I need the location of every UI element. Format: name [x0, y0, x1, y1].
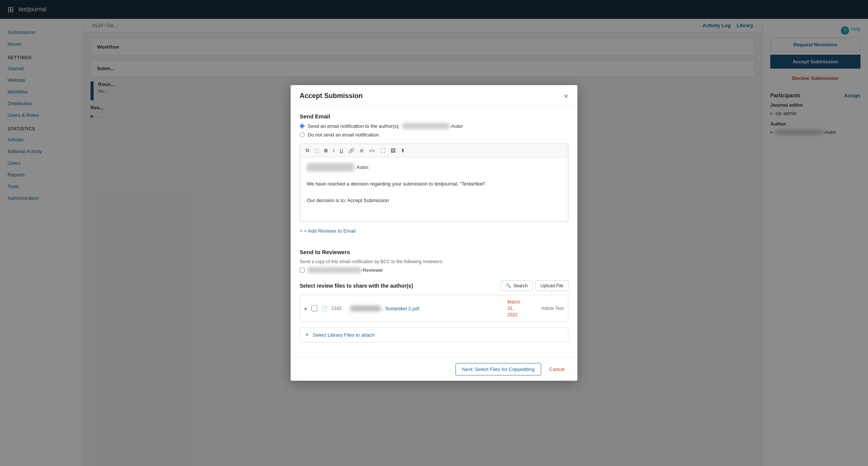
file-name-visible: , Testartikel 2.pdf	[382, 305, 419, 311]
send-to-reviewers-title: Send to Reviewers	[300, 249, 568, 255]
search-icon: 🔍	[506, 283, 511, 288]
toolbar-italic-btn[interactable]: I	[331, 146, 336, 154]
editor-body2: Our decision is to: Accept Submission	[307, 196, 561, 205]
email-editor-content[interactable]: M████ ████████ Autor: We have reached a …	[300, 157, 568, 221]
modal-body: Send Email Send an email notification to…	[291, 106, 577, 357]
reviewer-name-blurred: M████ De████████	[308, 267, 361, 273]
reviewer-checkbox-label[interactable]: M████ De████████-Reviewer	[300, 267, 568, 273]
radio-no-send-text: Do not send an email notification	[308, 132, 379, 138]
editor-greeting: M████ ████████ Autor:	[307, 163, 561, 172]
accept-submission-modal: Accept Submission × Send Email Send an e…	[291, 85, 577, 381]
library-select-row: + Select Library Files to attach	[300, 327, 568, 342]
greeting-name-blurred: M████ ████████	[307, 163, 354, 172]
file-date: March31,2022	[508, 299, 538, 318]
reviewers-section: Send to Reviewers Send a copy of this em…	[300, 249, 568, 273]
modal-close-button[interactable]: ×	[564, 92, 568, 100]
review-files-title: Select review files to share with the au…	[300, 283, 413, 289]
file-checkbox[interactable]	[311, 305, 317, 311]
reviewer-checkbox-input[interactable]	[300, 268, 305, 273]
toolbar-image-btn[interactable]: 🖼	[389, 146, 397, 154]
upload-file-button[interactable]: Upload File	[536, 281, 568, 291]
modal-title: Accept Submission	[300, 92, 363, 100]
send-email-title: Send Email	[300, 113, 568, 120]
review-files-actions: 🔍 Search Upload File	[501, 281, 568, 291]
toolbar-upload-btn[interactable]: ⬆	[399, 146, 407, 154]
toolbar-fullscreen-btn[interactable]: ⛶	[379, 146, 387, 154]
toolbar-paste-btn[interactable]: ⬚	[312, 146, 321, 154]
toolbar-copy-btn[interactable]: ⧉	[304, 146, 311, 155]
radio-no-send-label[interactable]: Do not send an email notification	[300, 132, 568, 138]
editor-toolbar: ⧉ ⬚ B I U 🔗 ⊘ <> ⛶ 🖼 ⬆	[300, 144, 568, 157]
toolbar-underline-btn[interactable]: U	[338, 146, 345, 154]
radio-send-input[interactable]	[300, 124, 305, 129]
reviewers-desc: Send a copy of this email notification b…	[300, 259, 568, 264]
modal-footer: Next: Select Files for Copyediting Cance…	[291, 357, 577, 381]
file-type: Article Text	[542, 306, 563, 311]
radio-send-text: Send an email notification to the author…	[308, 123, 463, 129]
table-row: ▶ 📄 2142 ████████2 , Testartikel 2.pdf M…	[300, 295, 568, 322]
file-name[interactable]: ████████2 , Testartikel 2.pdf	[350, 305, 504, 311]
editor-body1: We have reached a decision regarding you…	[307, 180, 561, 188]
add-reviews-link[interactable]: + Add Reviews to Email	[300, 228, 356, 234]
file-id: 2142	[331, 306, 346, 311]
toolbar-unlink-btn[interactable]: ⊘	[358, 146, 366, 154]
reviewer-name: M████ De████████-Reviewer	[308, 267, 383, 273]
file-type-icon: 📄	[321, 305, 328, 311]
library-plus-icon[interactable]: +	[305, 331, 309, 338]
search-button[interactable]: 🔍 Search	[501, 281, 532, 291]
author-name-blurred: M████ ████████	[402, 123, 449, 129]
email-editor-container: ⧉ ⬚ B I U 🔗 ⊘ <> ⛶ 🖼 ⬆ M████ ████████ Au…	[300, 144, 568, 222]
toolbar-bold-btn[interactable]: B	[322, 146, 329, 154]
library-select-link[interactable]: Select Library Files to attach	[312, 332, 374, 338]
toolbar-link-btn[interactable]: 🔗	[346, 146, 356, 154]
file-table: ▶ 📄 2142 ████████2 , Testartikel 2.pdf M…	[300, 295, 568, 322]
email-radio-group: Send an email notification to the author…	[300, 123, 568, 138]
radio-no-send-input[interactable]	[300, 132, 305, 137]
radio-send-label[interactable]: Send an email notification to the author…	[300, 123, 568, 129]
cancel-button[interactable]: Cancel	[546, 363, 568, 375]
file-expand-arrow[interactable]: ▶	[305, 306, 308, 311]
modal-header: Accept Submission ×	[291, 85, 577, 106]
review-files-header: Select review files to share with the au…	[300, 281, 568, 291]
add-reviews-row: + Add Reviews to Email	[300, 228, 568, 241]
next-button[interactable]: Next: Select Files for Copyediting	[456, 363, 541, 376]
file-name-blurred: ████████2	[350, 305, 381, 311]
add-reviews-plus: +	[304, 228, 308, 234]
toolbar-code-btn[interactable]: <>	[367, 146, 377, 154]
